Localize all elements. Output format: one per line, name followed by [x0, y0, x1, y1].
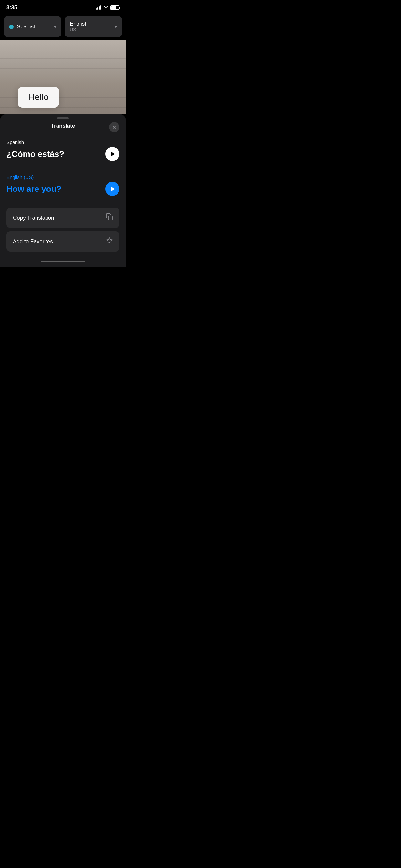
target-language-left: English US	[70, 21, 88, 33]
action-buttons: Copy Translation Add to Favorites	[0, 203, 126, 258]
detected-text-bubble: Hello	[18, 87, 59, 107]
wifi-icon	[103, 5, 109, 10]
sheet-header: Translate ✕	[0, 120, 126, 134]
copy-icon	[106, 213, 113, 222]
sheet-title: Translate	[51, 123, 75, 129]
bottom-sheet: Translate ✕ Spanish ¿Cómo estás? English…	[0, 114, 126, 268]
target-language-button[interactable]: English US ▾	[65, 16, 122, 37]
battery-icon	[111, 5, 120, 10]
source-row: ¿Cómo estás?	[6, 147, 120, 161]
home-bar	[41, 260, 85, 262]
status-bar: 3:35	[0, 0, 126, 13]
play-source-button[interactable]	[105, 147, 120, 161]
target-language-sub-label: US	[70, 27, 76, 33]
close-button[interactable]: ✕	[109, 122, 120, 132]
source-language-label: Spanish	[17, 24, 36, 30]
language-bar: Spanish ▾ English US ▾	[0, 13, 126, 40]
target-translation-text: How are you?	[6, 184, 105, 194]
play-target-button[interactable]	[105, 182, 120, 196]
translation-section: Spanish ¿Cómo estás? English (US) How ar…	[0, 134, 126, 203]
add-to-favorites-label: Add to Favorites	[13, 238, 53, 245]
source-language-chevron-icon: ▾	[54, 24, 56, 29]
drag-handle-area[interactable]	[0, 114, 126, 120]
status-icons	[96, 5, 120, 10]
status-time: 3:35	[6, 4, 17, 11]
source-language-button[interactable]: Spanish ▾	[4, 16, 61, 37]
home-indicator	[0, 258, 126, 268]
target-language-name-group: English US	[70, 21, 88, 33]
play-target-icon	[111, 187, 115, 191]
target-section: English (US) How are you?	[6, 168, 120, 196]
target-language-chevron-icon: ▾	[115, 24, 117, 29]
source-language-left: Spanish	[9, 24, 36, 30]
drag-handle	[57, 117, 69, 119]
source-section: Spanish ¿Cómo estás?	[6, 140, 120, 168]
source-translation-text: ¿Cómo estás?	[6, 149, 105, 159]
add-to-favorites-button[interactable]: Add to Favorites	[6, 231, 120, 252]
source-language-heading: Spanish	[6, 140, 120, 145]
svg-marker-1	[106, 238, 112, 243]
source-language-dot	[9, 25, 13, 29]
copy-translation-button[interactable]: Copy Translation	[6, 208, 120, 228]
target-language-main-label: English	[70, 21, 88, 27]
star-icon	[106, 237, 113, 246]
play-source-icon	[111, 152, 115, 156]
svg-rect-0	[109, 216, 112, 220]
target-language-heading: English (US)	[6, 175, 120, 180]
copy-translation-label: Copy Translation	[13, 215, 54, 221]
signal-bars-icon	[96, 6, 101, 10]
target-row: How are you?	[6, 182, 120, 196]
camera-view: Hello	[0, 40, 126, 114]
